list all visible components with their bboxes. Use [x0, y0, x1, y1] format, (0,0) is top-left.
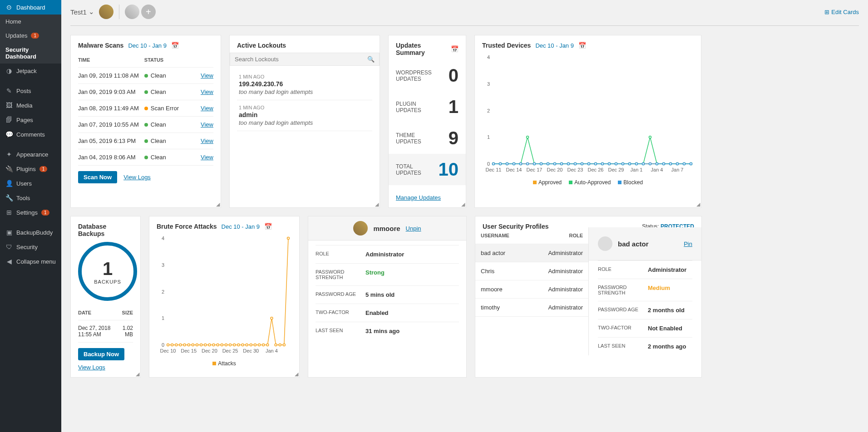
- edit-cards-button[interactable]: ⊞Edit Cards: [824, 9, 859, 15]
- view-scan-link[interactable]: View: [201, 137, 213, 144]
- chevron-down-icon: ⌄: [89, 8, 94, 16]
- pinned-pw-age: 5 mins old: [365, 291, 395, 298]
- lockout-time: 1 MIN AGO: [239, 105, 370, 110]
- view-scan-link[interactable]: View: [201, 121, 213, 128]
- svg-text:Jan 1: Jan 1: [631, 167, 643, 172]
- wp-updates-label: WORDPRESS UPDATES: [396, 69, 437, 82]
- unpin-link[interactable]: Unpin: [406, 225, 421, 232]
- svg-point-75: [493, 163, 495, 165]
- sidebar-item-users[interactable]: 👤Users: [0, 176, 61, 191]
- profile-row[interactable]: ChrisAdministrator: [475, 262, 588, 280]
- malware-row: Jan 08, 2019 11:49 AMScan ErrorView: [78, 100, 213, 117]
- profile-row[interactable]: timothyAdministrator: [475, 299, 588, 317]
- sidebar-item-comments[interactable]: 💬Comments: [0, 127, 61, 142]
- sidebar-item-security[interactable]: 🛡Security: [0, 240, 61, 254]
- sidebar-item-home[interactable]: Home: [0, 15, 61, 29]
- resize-handle[interactable]: ◢: [461, 201, 465, 207]
- resize-handle[interactable]: ◢: [696, 201, 700, 207]
- status-dot: [144, 74, 148, 78]
- sidebar-item-posts[interactable]: ✎Posts: [0, 83, 61, 98]
- view-logs-link[interactable]: View Logs: [123, 174, 151, 181]
- sidebar-item-security-dashboard[interactable]: Security Dashboard: [0, 43, 61, 64]
- search-lockouts-input[interactable]: [235, 56, 367, 63]
- svg-point-97: [642, 163, 645, 165]
- view-scan-link[interactable]: View: [201, 72, 213, 79]
- svg-point-135: [246, 344, 248, 346]
- calendar-icon[interactable]: 📅: [451, 45, 459, 53]
- profiles-list: USERNAMEROLE bad actorAdministratorChris…: [475, 227, 589, 355]
- resize-handle[interactable]: ◢: [295, 371, 298, 377]
- search-icon[interactable]: 🔍: [367, 56, 375, 63]
- scan-status: Clean: [151, 121, 166, 128]
- svg-text:3: 3: [162, 262, 164, 268]
- backup-now-button[interactable]: Backup Now: [78, 348, 124, 360]
- date-range[interactable]: Dec 10 - Jan 9: [222, 223, 260, 230]
- add-site-button[interactable]: +: [141, 5, 156, 19]
- sidebar-item-backupbuddy[interactable]: ▣BackupBuddy: [0, 225, 61, 240]
- site-switcher[interactable]: Test1⌄: [70, 8, 94, 16]
- svg-text:2: 2: [162, 289, 164, 295]
- manage-updates-link[interactable]: Manage Updates: [396, 194, 441, 201]
- sidebar-item-media[interactable]: 🖾Media: [0, 98, 61, 113]
- avatar-2[interactable]: [125, 5, 139, 19]
- view-scan-link[interactable]: View: [201, 105, 213, 112]
- profile-row[interactable]: bad actorAdministrator: [475, 244, 588, 262]
- svg-point-99: [656, 163, 658, 165]
- sidebar-item-settings[interactable]: ⊞Settings1: [0, 205, 61, 220]
- card-title: Active Lockouts: [237, 42, 286, 49]
- view-scan-link[interactable]: View: [201, 154, 213, 161]
- trusted-devices-chart: 01234Dec 11Dec 14Dec 17Dec 20Dec 23Dec 2…: [482, 53, 695, 175]
- sidebar-item-pages[interactable]: 🗐Pages: [0, 113, 61, 127]
- svg-point-140: [266, 344, 269, 346]
- svg-point-93: [615, 163, 617, 165]
- trusted-devices-card: Trusted DevicesDec 10 - Jan 9📅 01234Dec …: [474, 35, 701, 208]
- lockout-item[interactable]: 1 MIN AGOadmintoo many bad login attempt…: [237, 100, 372, 131]
- resize-handle[interactable]: ◢: [375, 201, 379, 207]
- status-dot: [144, 107, 148, 110]
- comment-icon: 💬: [5, 131, 13, 138]
- pin-link[interactable]: Pin: [684, 241, 692, 247]
- svg-point-138: [258, 344, 261, 346]
- date-range[interactable]: Dec 10 - Jan 9: [128, 42, 167, 49]
- sidebar-item-jetpack[interactable]: ◑Jetpack: [0, 64, 61, 78]
- svg-point-136: [250, 344, 252, 346]
- svg-point-88: [581, 163, 583, 165]
- profile-row[interactable]: mmooreAdministrator: [475, 280, 588, 299]
- pinned-user-card: mmoore Unpin ROLEAdministrator PASSWORD …: [308, 216, 467, 378]
- sidebar-item-tools[interactable]: 🔧Tools: [0, 191, 61, 205]
- svg-point-104: [690, 163, 692, 165]
- calendar-icon[interactable]: 📅: [264, 223, 272, 230]
- profile-username: bad actor: [481, 250, 548, 256]
- svg-point-120: [183, 344, 186, 346]
- pin-icon: ✎: [5, 87, 13, 94]
- resize-handle[interactable]: ◢: [216, 201, 220, 207]
- sidebar-item-collapse[interactable]: ◀Collapse menu: [0, 254, 61, 269]
- calendar-icon[interactable]: 📅: [578, 42, 586, 49]
- view-scan-link[interactable]: View: [201, 88, 213, 95]
- svg-point-117: [171, 344, 173, 346]
- calendar-icon[interactable]: 📅: [171, 42, 179, 49]
- pinned-last-seen: 31 mins ago: [365, 328, 399, 334]
- lockout-item[interactable]: 1 MIN AGO199.249.230.76too many bad logi…: [237, 69, 372, 100]
- svg-point-78: [513, 163, 515, 165]
- date-range[interactable]: Dec 10 - Jan 9: [535, 42, 574, 49]
- col-status-header: STATUS: [144, 57, 195, 63]
- svg-point-132: [233, 344, 236, 346]
- sidebar-item-plugins[interactable]: 🔌Plugins1: [0, 162, 61, 176]
- svg-text:Dec 25: Dec 25: [222, 348, 238, 353]
- scan-time: Jan 09, 2019 9:03 AM: [78, 88, 144, 95]
- resize-handle[interactable]: ◢: [136, 371, 139, 377]
- sidebar-item-dashboard[interactable]: ⊙Dashboard: [0, 0, 61, 15]
- avatar-1[interactable]: [99, 5, 113, 19]
- view-logs-link[interactable]: View Logs: [78, 364, 105, 371]
- scan-time: Jan 05, 2019 6:13 PM: [78, 137, 144, 144]
- lockout-reason: too many bad login attempts: [239, 88, 370, 95]
- legend-dot-attacks: [212, 362, 216, 365]
- theme-updates-count: 9: [449, 128, 459, 148]
- sidebar-item-updates[interactable]: Updates1: [0, 29, 61, 43]
- scan-now-button[interactable]: Scan Now: [78, 171, 117, 183]
- svg-text:3: 3: [487, 81, 490, 87]
- pinned-pw-strength: Strong: [365, 269, 385, 280]
- sidebar-item-appearance[interactable]: ✦Appearance: [0, 147, 61, 162]
- brute-force-card: Brute Force AttacksDec 10 - Jan 9📅 01234…: [149, 216, 300, 378]
